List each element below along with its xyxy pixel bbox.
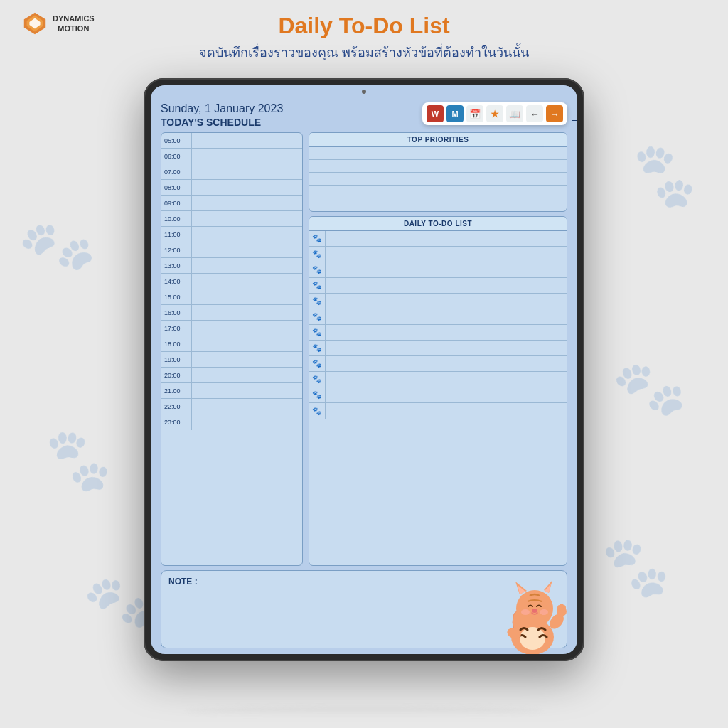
- cat-illustration: [488, 545, 574, 651]
- svg-point-18: [560, 604, 564, 609]
- priority-line-2: [309, 160, 567, 173]
- page-header: DYNAMICS MOTION Daily To-Do List จดบันทึ…: [0, 0, 728, 71]
- todo-row-6: 🐾: [309, 309, 567, 325]
- subtitle: จดบันทึกเรื่องราวของคุณ พร้อมสร้างหัวข้อ…: [0, 42, 728, 63]
- todo-box: DAILY TO-DO LIST 🐾 🐾 🐾 🐾 🐾 🐾 🐾 🐾 🐾 🐾: [309, 216, 567, 566]
- svg-point-13: [521, 609, 530, 615]
- todo-content: 🐾 🐾 🐾 🐾 🐾 🐾 🐾 🐾 🐾 🐾 🐾 🐾: [309, 231, 567, 419]
- right-column: TOP PRIORITIES DAILY TO-DO LIST 🐾: [309, 132, 567, 566]
- time-row-1200: 12:00: [161, 242, 302, 258]
- time-row-1700: 17:00: [161, 321, 302, 336]
- time-row-2100: 21:00: [161, 383, 302, 399]
- tablet-device: Sunday, 1 January 2023 TODAY'S SCHEDULE …: [144, 78, 584, 661]
- annotation-line: [572, 120, 577, 121]
- priority-line-4: [309, 186, 567, 198]
- time-row-2000: 20:00: [161, 368, 302, 383]
- priorities-header: TOP PRIORITIES: [309, 133, 567, 147]
- priorities-content: [309, 147, 567, 211]
- time-row-1000: 10:00: [161, 211, 302, 227]
- schedule-label: TODAY'S SCHEDULE: [161, 117, 283, 128]
- time-row-1400: 14:00: [161, 274, 302, 289]
- schedule-column: 05:00 06:00 07:00 08:00 09:00 10:00 11:0…: [161, 132, 303, 566]
- priorities-box: TOP PRIORITIES: [309, 132, 567, 212]
- time-row-0500: 05:00: [161, 133, 302, 149]
- time-row-1800: 18:00: [161, 336, 302, 352]
- time-row-1300: 13:00: [161, 258, 302, 274]
- tablet-reflection: [186, 707, 542, 715]
- time-row-1100: 11:00: [161, 227, 302, 242]
- toolbar-calendar-btn[interactable]: 📅: [466, 105, 483, 122]
- svg-point-14: [540, 609, 548, 615]
- cat-svg: [488, 545, 574, 654]
- time-row-1600: 16:00: [161, 305, 302, 321]
- toolbar-star-btn[interactable]: ★: [486, 105, 503, 122]
- toolbar-w-btn[interactable]: W: [427, 105, 444, 122]
- time-row-1500: 15:00: [161, 289, 302, 305]
- app-content: Sunday, 1 January 2023 TODAY'S SCHEDULE …: [151, 98, 577, 654]
- toolbar-m-btn[interactable]: M: [446, 105, 464, 122]
- toolbar-row: Sunday, 1 January 2023 TODAY'S SCHEDULE …: [161, 102, 567, 128]
- toolbar-back-btn[interactable]: ←: [526, 105, 543, 122]
- logo-name2: MOTION: [53, 23, 95, 33]
- todo-header: DAILY TO-DO LIST: [309, 217, 567, 231]
- time-row-0600: 06:00: [161, 149, 302, 164]
- tablet-screen: Sunday, 1 January 2023 TODAY'S SCHEDULE …: [151, 85, 577, 654]
- camera-dot: [362, 90, 366, 94]
- todo-row-7: 🐾: [309, 325, 567, 341]
- todo-row-11: 🐾: [309, 387, 567, 403]
- time-row-0700: 07:00: [161, 164, 302, 180]
- todo-row-10: 🐾: [309, 372, 567, 387]
- hyperlink-annotation: Hyperlink กดไปที่หน้าอื่นๆ: [572, 108, 577, 132]
- todo-row-9: 🐾: [309, 356, 567, 372]
- date-text: Sunday, 1 January 2023: [161, 102, 283, 115]
- time-row-0900: 09:00: [161, 196, 302, 211]
- time-row-2200: 22:00: [161, 399, 302, 414]
- svg-point-4: [520, 627, 545, 650]
- toolbar-book-btn[interactable]: 📖: [506, 105, 523, 122]
- todo-row-8: 🐾: [309, 341, 567, 356]
- camera-bar: [151, 85, 577, 98]
- main-grid: 05:00 06:00 07:00 08:00 09:00 10:00 11:0…: [161, 132, 567, 566]
- time-row-0800: 08:00: [161, 180, 302, 196]
- todo-row-5: 🐾: [309, 294, 567, 309]
- toolbar-icons: W M 📅 ★ 📖 ← →: [422, 102, 567, 125]
- svg-point-12: [532, 609, 537, 613]
- note-section: NOTE :: [161, 570, 567, 648]
- todo-row-12: 🐾: [309, 403, 567, 419]
- todo-row-4: 🐾: [309, 278, 567, 294]
- logo-icon: [21, 10, 48, 37]
- time-row-2300: 23:00: [161, 414, 302, 430]
- logo-name1: DYNAMICS: [53, 14, 95, 23]
- logo: DYNAMICS MOTION: [21, 10, 95, 37]
- date-section: Sunday, 1 January 2023 TODAY'S SCHEDULE: [161, 102, 283, 128]
- todo-row-3: 🐾: [309, 262, 567, 278]
- priority-line-1: [309, 147, 567, 160]
- time-row-1900: 19:00: [161, 352, 302, 368]
- todo-row-2: 🐾: [309, 247, 567, 262]
- toolbar-forward-btn[interactable]: →: [546, 105, 563, 122]
- priority-line-3: [309, 173, 567, 186]
- main-title: Daily To-Do List: [0, 13, 728, 39]
- todo-row-1: 🐾: [309, 231, 567, 247]
